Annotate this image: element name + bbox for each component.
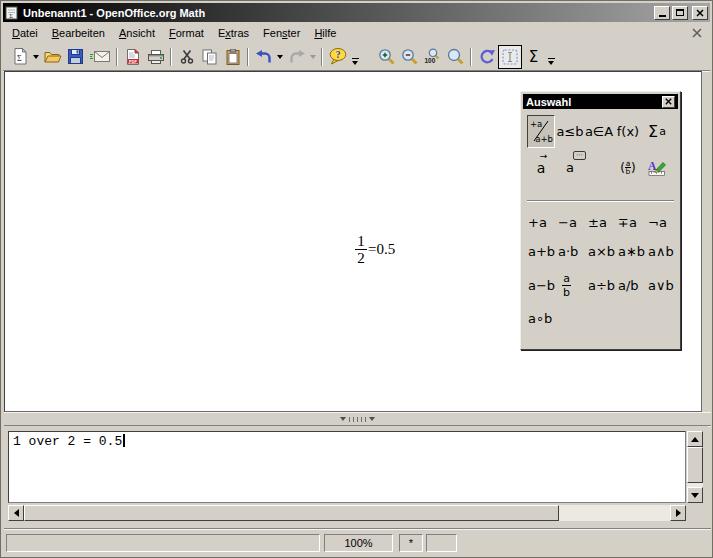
magnifier-icon <box>447 48 464 65</box>
category-relations[interactable]: a≤b <box>556 115 584 148</box>
symbol-button[interactable]: a∧b <box>648 244 678 259</box>
category-unary-binary-operators[interactable]: +a a+b <box>527 115 555 148</box>
scroll-right-button[interactable] <box>670 505 686 521</box>
selection-panel-titlebar[interactable]: Auswahl <box>523 94 678 109</box>
command-vertical-scrollbar[interactable] <box>687 431 703 503</box>
help-button[interactable]: ? <box>326 45 349 69</box>
horizontal-scroll-thumb[interactable] <box>24 505 559 521</box>
undo-arrow-icon <box>256 50 272 64</box>
status-zoom-panel[interactable]: 100% <box>324 534 393 552</box>
undo-dropdown[interactable] <box>275 45 285 69</box>
undo-button[interactable] <box>252 45 275 69</box>
menu-item-format[interactable]: Format <box>162 24 211 42</box>
new-document-dropdown[interactable] <box>31 45 41 69</box>
category-operators[interactable]: Σ a <box>643 115 671 148</box>
zoom-100-button[interactable]: 100 <box>421 45 444 69</box>
category-brackets[interactable]: ( a b ) <box>614 151 642 184</box>
zoom-out-icon <box>401 48 418 65</box>
menu-item-bearbeiten[interactable]: Bearbeiten <box>45 24 112 42</box>
toolbar-separator <box>170 48 172 66</box>
paste-clipboard-icon <box>226 49 240 65</box>
toolbar-options-button[interactable] <box>545 45 557 69</box>
zoom-100-icon: 100 <box>424 48 441 65</box>
vertical-scroll-thumb[interactable] <box>687 447 703 483</box>
symbol-button[interactable]: ∓a <box>618 215 648 230</box>
open-folder-icon <box>44 50 62 64</box>
menu-item-hilfe[interactable]: Hilfe <box>307 24 343 42</box>
symbol-button[interactable]: a∗b <box>618 244 648 259</box>
document-close-button[interactable] <box>690 26 704 40</box>
minimize-button[interactable] <box>654 6 670 20</box>
refresh-arrow-icon <box>479 49 495 64</box>
window-title: Unbenannt1 - OpenOffice.org Math <box>23 7 652 19</box>
category-misc[interactable]: a ⋯ <box>556 151 584 184</box>
view-command-splitter[interactable] <box>4 412 711 426</box>
symbol-button[interactable]: +a <box>528 215 558 230</box>
toolbar-separator <box>321 48 323 66</box>
open-button[interactable] <box>41 45 64 69</box>
formula-rhs: =0.5 <box>368 241 395 258</box>
svg-text:A: A <box>648 160 657 172</box>
svg-text:?: ? <box>335 50 340 60</box>
app-icon: Σ <box>5 6 19 20</box>
scroll-down-button[interactable] <box>687 487 703 503</box>
maximize-button[interactable] <box>672 6 688 20</box>
fraction: 1 2 <box>355 234 367 265</box>
symbol-button[interactable]: a∘b <box>528 311 558 326</box>
chevron-down-icon <box>310 55 316 59</box>
copy-button[interactable] <box>198 45 221 69</box>
scroll-up-button[interactable] <box>687 431 703 447</box>
selection-panel-close-button[interactable] <box>662 96 675 108</box>
toolbar-options-button[interactable] <box>349 45 361 69</box>
scroll-left-button[interactable] <box>8 505 24 521</box>
symbol-button[interactable]: ¬a <box>648 215 678 230</box>
formula-cursor-button[interactable] <box>498 45 522 69</box>
category-functions[interactable]: f(x) <box>614 115 642 148</box>
symbol-button[interactable]: −a <box>558 215 588 230</box>
symbol-button[interactable]: ±a <box>588 215 618 230</box>
print-button[interactable] <box>144 45 167 69</box>
symbol-button[interactable]: a·b <box>558 244 588 259</box>
redo-dropdown[interactable] <box>308 45 318 69</box>
zoom-in-icon <box>378 48 395 65</box>
status-modified-panel: * <box>399 534 423 552</box>
command-horizontal-scrollbar[interactable] <box>8 505 686 521</box>
rendered-formula: 1 2 =0.5 <box>355 234 395 265</box>
menu-item-fenster[interactable]: Fenster <box>256 24 307 42</box>
paste-button[interactable] <box>221 45 244 69</box>
symbol-button[interactable]: a/b <box>618 278 648 293</box>
status-extra-panel <box>426 534 457 552</box>
menubar-items: DateiBearbeitenAnsichtFormatExtrasFenste… <box>5 24 343 42</box>
panel-separator <box>527 200 674 202</box>
zoom-out-button[interactable] <box>398 45 421 69</box>
text-caret <box>123 434 125 447</box>
refresh-view-button[interactable] <box>475 45 498 69</box>
category-formats[interactable]: A <box>643 151 671 184</box>
category-set-operations[interactable]: a∈A <box>585 115 613 148</box>
symbol-button[interactable]: a÷b <box>588 278 618 293</box>
send-email-button[interactable] <box>87 45 113 69</box>
menu-item-extras[interactable]: Extras <box>211 24 256 42</box>
zoom-in-button[interactable] <box>375 45 398 69</box>
save-button[interactable] <box>64 45 87 69</box>
redo-button[interactable] <box>285 45 308 69</box>
menu-item-ansicht[interactable]: Ansicht <box>112 24 162 42</box>
cut-button[interactable] <box>175 45 198 69</box>
menu-item-datei[interactable]: Datei <box>5 24 45 42</box>
symbol-button[interactable]: a∨b <box>648 278 678 293</box>
title-bar[interactable]: Σ Unbenannt1 - OpenOffice.org Math <box>3 3 710 22</box>
category-attributes[interactable]: a → <box>527 151 555 184</box>
symbols-catalog-button[interactable]: Σ <box>522 45 545 69</box>
zoom-button[interactable] <box>444 45 467 69</box>
new-document-button[interactable]: Σ <box>8 45 31 69</box>
svg-text:Σ: Σ <box>9 11 13 19</box>
svg-text:100: 100 <box>425 57 436 64</box>
symbol-button[interactable]: a+b <box>528 244 558 259</box>
symbol-button[interactable]: ab <box>558 273 588 298</box>
symbol-button[interactable]: a×b <box>588 244 618 259</box>
command-input[interactable]: 1 over 2 = 0.5 <box>8 431 686 503</box>
close-button[interactable] <box>692 6 708 20</box>
export-pdf-button[interactable]: PDF <box>121 45 144 69</box>
app-window: Σ Unbenannt1 - OpenOffice.org Math Datei… <box>0 0 713 558</box>
symbol-button[interactable]: a−b <box>528 278 558 293</box>
